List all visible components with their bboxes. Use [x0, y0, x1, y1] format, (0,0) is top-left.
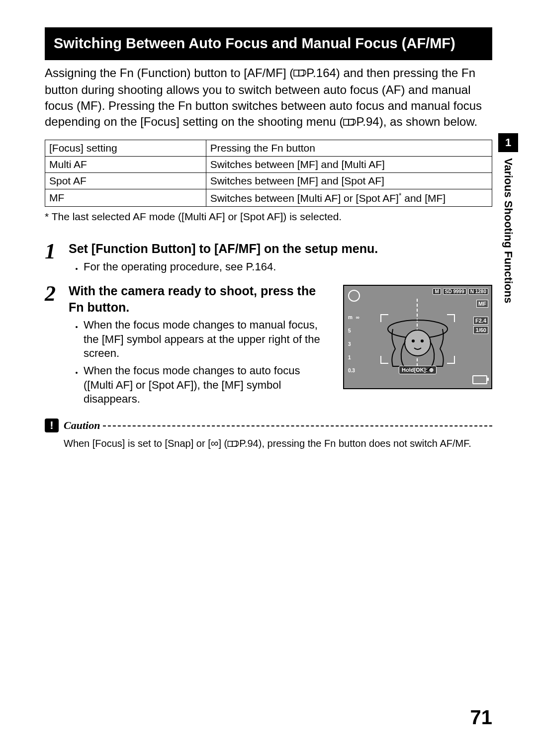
svg-rect-2: [344, 119, 349, 125]
cell-focus: MF: [45, 189, 206, 207]
section-header: Switching Between Auto Focus and Manual …: [45, 27, 492, 60]
cell-focus: Spot AF: [45, 173, 206, 189]
step-number: 1: [45, 241, 69, 262]
table-row: Multi AF Switches between [MF] and [Mult…: [45, 157, 492, 173]
step-2: 2 With the camera ready to shoot, press …: [45, 283, 492, 410]
svg-point-5: [405, 330, 431, 356]
page-number: 71: [470, 706, 493, 729]
intro-ref1: P.164: [306, 66, 336, 80]
col-focus-setting: [Focus] setting: [45, 140, 206, 157]
step-bullet: For the operating procedure, see P.164.: [83, 260, 492, 274]
focus-table: [Focus] setting Pressing the Fn button M…: [45, 140, 492, 207]
step-title: With the camera ready to shoot, press th…: [69, 283, 331, 315]
reference-icon: [293, 66, 306, 82]
selftimer-icon: [348, 290, 360, 302]
aperture-value: F2.4: [473, 317, 488, 325]
svg-rect-8: [228, 441, 232, 446]
step-bullet: When the focus mode changes to manual fo…: [83, 318, 331, 361]
divider: [103, 425, 492, 426]
table-row: MF Switches between [Multi AF] or [Spot …: [45, 189, 492, 207]
side-tab: 1 Various Shooting Functions: [498, 133, 518, 303]
cell-fn: Switches between [MF] and [Spot AF]: [206, 173, 492, 189]
step-number: 2: [45, 283, 69, 305]
cell-fn: Switches between [Multi AF] or [Spot AF]…: [206, 189, 492, 207]
shutter-value: 1/60: [473, 326, 488, 334]
reference-icon: [343, 115, 356, 131]
intro-ref2: P.94: [356, 115, 379, 128]
svg-rect-0: [294, 70, 299, 76]
caution-header: ! Caution: [45, 419, 492, 432]
cell-focus: Multi AF: [45, 157, 206, 173]
holdok-hint: Hold[OK]: ⊕: [399, 366, 437, 374]
mode-indicator: M: [433, 288, 441, 295]
caution-icon: !: [45, 419, 59, 432]
intro-post: ), as shown below.: [379, 115, 477, 128]
table-row: Spot AF Switches between [MF] and [Spot …: [45, 173, 492, 189]
chapter-number: 1: [498, 133, 518, 152]
infinity-symbol: ∞: [211, 437, 219, 449]
intro-pre: Assigning the Fn (Function) button to [A…: [45, 66, 293, 80]
sd-indicator: SD 9999: [443, 288, 466, 295]
cell-fn-pre: Switches between [Multi AF] or [Spot AF]: [210, 192, 399, 204]
step-1: 1 Set [Function Button] to [AF/MF] on th…: [45, 241, 492, 277]
mf-indicator: MF: [476, 300, 488, 308]
svg-point-6: [412, 339, 415, 342]
distance-gauge: m ∞ 5 3 1 0.3: [348, 315, 361, 373]
cell-fn: Switches between [MF] and [Multi AF]: [206, 157, 492, 173]
cell-fn-post: and [MF]: [401, 192, 446, 204]
step-bullet: When the focus mode changes to auto focu…: [83, 364, 331, 407]
caution-label: Caution: [64, 419, 100, 432]
intro-paragraph: Assigning the Fn (Function) button to [A…: [45, 65, 492, 131]
svg-point-7: [421, 339, 424, 342]
table-header-row: [Focus] setting Pressing the Fn button: [45, 140, 492, 157]
step-title: Set [Function Button] to [AF/MF] on the …: [69, 241, 492, 257]
col-pressing-fn: Pressing the Fn button: [206, 140, 492, 157]
caution-text: When [Focus] is set to [Snap] or [∞] ( P…: [64, 436, 492, 451]
reference-icon: [227, 438, 239, 451]
table-footnote: * The last selected AF mode ([Multi AF] …: [45, 211, 492, 223]
battery-icon: [472, 375, 487, 384]
quality-indicator: N 1280: [468, 288, 488, 295]
chapter-title: Various Shooting Functions: [502, 158, 515, 303]
camera-lcd-illustration: M SD 9999 N 1280 MF F2.4 1/60 m ∞ 5 3: [343, 285, 492, 389]
